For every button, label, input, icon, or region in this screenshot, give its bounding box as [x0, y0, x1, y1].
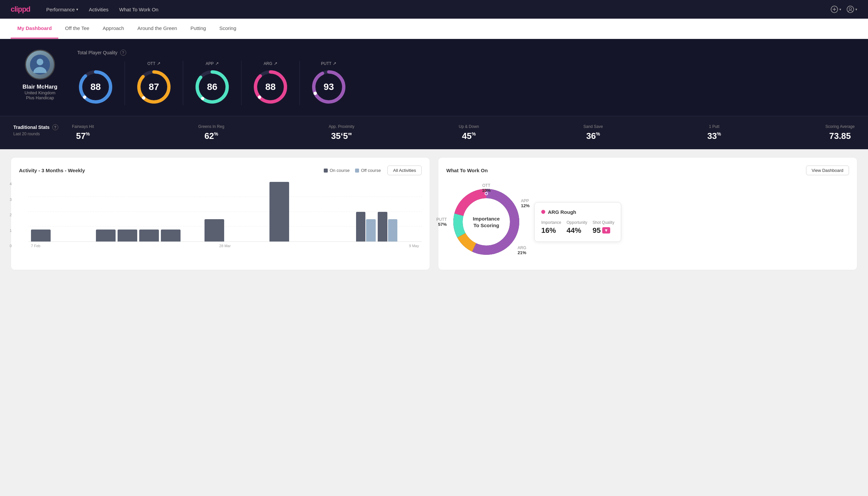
chart-bars	[28, 182, 422, 242]
tab-off-the-tee[interactable]: Off the Tee	[58, 19, 96, 38]
svg-point-6	[37, 59, 43, 65]
bar-group-3	[96, 182, 115, 242]
user-menu[interactable]: ▾	[847, 6, 857, 13]
tooltip-metrics: Importance 16% Opportunity 44% Shot Qual…	[541, 220, 614, 235]
tooltip-card: ARG Rough Importance 16% Opportunity 44%	[534, 202, 621, 242]
bar-group-16	[378, 182, 397, 242]
svg-point-4	[849, 7, 852, 10]
bar-on-course	[96, 230, 115, 242]
bar-group-13	[313, 182, 332, 242]
player-info: Blair McHarg United Kingdom Plus Handica…	[13, 50, 67, 100]
importance-metric: Importance 16%	[541, 220, 561, 235]
score-card-PUTT: PUTT ↗93	[300, 61, 358, 105]
bottom-section: Activity - 3 Months - Weekly On course O…	[0, 149, 868, 278]
svg-point-15	[201, 97, 204, 100]
y-axis: 4 3 2 1 0	[10, 182, 12, 248]
shot-quality-metric: Shot Quality 95 ▼	[593, 220, 614, 235]
tab-scoring[interactable]: Scoring	[212, 19, 243, 38]
stats-title: Traditional Stats ?	[13, 124, 67, 130]
avatar	[25, 50, 55, 80]
svg-point-12	[142, 96, 145, 99]
ott-label: OTT 10%	[482, 183, 491, 193]
bar-on-course	[378, 212, 388, 242]
quality-title: Total Player Quality ?	[77, 50, 855, 56]
arg-label: ARG 21%	[518, 246, 526, 255]
bar-group-8	[205, 182, 224, 242]
bar-group-0	[31, 182, 51, 242]
app-label: APP 12%	[521, 199, 530, 208]
tab-around-the-green[interactable]: Around the Green	[130, 19, 184, 38]
tab-putting[interactable]: Putting	[184, 19, 213, 38]
stats-items: Fairways Hit 57% Greens In Reg 62% App. …	[72, 124, 855, 141]
bar-group-4	[117, 182, 137, 242]
tooltip-dot	[541, 210, 545, 214]
chart-legend: On course Off course	[324, 168, 381, 173]
tab-my-dashboard[interactable]: My Dashboard	[11, 19, 58, 38]
legend-on-course: On course	[324, 168, 350, 173]
nav-activities[interactable]: Activities	[89, 7, 109, 12]
stat-item-1: Greens In Reg 62%	[198, 124, 224, 141]
bar-group-5	[139, 182, 159, 242]
player-handicap: Plus Handicap	[26, 95, 54, 100]
bar-on-course	[117, 230, 137, 242]
putt-label: PUTT 57%	[436, 217, 447, 227]
bar-on-course	[356, 212, 366, 242]
stat-item-5: 1 Putt 33%	[707, 124, 721, 141]
stat-item-3: Up & Down 45%	[459, 124, 479, 141]
chevron-down-icon: ▾	[76, 7, 78, 12]
chevron-down-icon-user: ▾	[855, 7, 857, 12]
hero-section: Blair McHarg United Kingdom Plus Handica…	[0, 39, 868, 116]
bar-group-1	[53, 182, 72, 242]
score-card-APP: APP ↗86	[183, 61, 241, 105]
activity-title: Activity - 3 Months - Weekly	[19, 168, 85, 173]
help-icon[interactable]: ?	[120, 50, 126, 56]
svg-point-18	[258, 96, 261, 99]
score-card-total: 88	[77, 61, 125, 105]
quality-section: Total Player Quality ? 88OTT ↗87APP ↗86A…	[77, 50, 855, 105]
stats-subtitle: Last 20 rounds	[13, 131, 67, 136]
bar-on-course	[161, 230, 180, 242]
player-country: United Kingdom	[25, 90, 56, 95]
score-card-ARG: ARG ↗88	[241, 61, 300, 105]
stats-help-icon[interactable]: ?	[52, 124, 58, 130]
chevron-down-icon-add: ▾	[839, 7, 841, 12]
score-card-OTT: OTT ↗87	[125, 61, 183, 105]
on-course-dot	[324, 169, 328, 173]
down-badge: ▼	[602, 227, 611, 233]
svg-point-21	[313, 92, 317, 95]
bar-group-7	[183, 182, 202, 242]
x-axis: 7 Feb 28 Mar 9 May	[28, 242, 422, 248]
svg-point-3	[847, 6, 854, 13]
bar-off-course	[388, 219, 398, 242]
tab-bar: My Dashboard Off the Tee Approach Around…	[0, 19, 868, 39]
all-activities-button[interactable]: All Activities	[388, 166, 422, 175]
logo: clippd	[11, 5, 30, 14]
bar-on-course	[205, 219, 224, 242]
bar-group-10	[248, 182, 267, 242]
player-name: Blair McHarg	[23, 83, 58, 90]
opportunity-value: 44%	[567, 226, 581, 235]
tooltip-category: ARG Rough	[548, 209, 576, 215]
add-button[interactable]: ▾	[831, 6, 841, 13]
shot-quality-value: 95 ▼	[593, 226, 610, 235]
stats-row: Traditional Stats ? Last 20 rounds Fairw…	[0, 116, 868, 149]
bar-group-15	[356, 182, 376, 242]
stat-item-0: Fairways Hit 57%	[72, 124, 94, 141]
stat-item-2: App. Proximity 35‘5"	[329, 124, 354, 141]
wtwo-card: What To Work On View Dashboard	[438, 157, 857, 270]
opportunity-metric: Opportunity 44%	[567, 220, 587, 235]
chart-wrapper: 4 3 2 1 0 7 Feb 28 Mar 9 May	[19, 182, 422, 248]
tab-approach[interactable]: Approach	[96, 19, 130, 38]
bar-off-course	[366, 219, 376, 242]
bar-group-6	[161, 182, 180, 242]
wtwo-inner: Importance To Scoring OTT 10% APP 12% AR…	[446, 182, 849, 262]
bar-group-2	[74, 182, 94, 242]
nav-performance[interactable]: Performance ▾	[46, 7, 78, 12]
stats-label: Traditional Stats ? Last 20 rounds	[13, 124, 67, 136]
bar-on-course	[139, 230, 159, 242]
bar-group-14	[334, 182, 354, 242]
legend-off-course: Off course	[355, 168, 381, 173]
view-dashboard-button[interactable]: View Dashboard	[806, 166, 849, 175]
nav-what-to-work-on[interactable]: What To Work On	[119, 7, 159, 12]
off-course-dot	[355, 169, 359, 173]
